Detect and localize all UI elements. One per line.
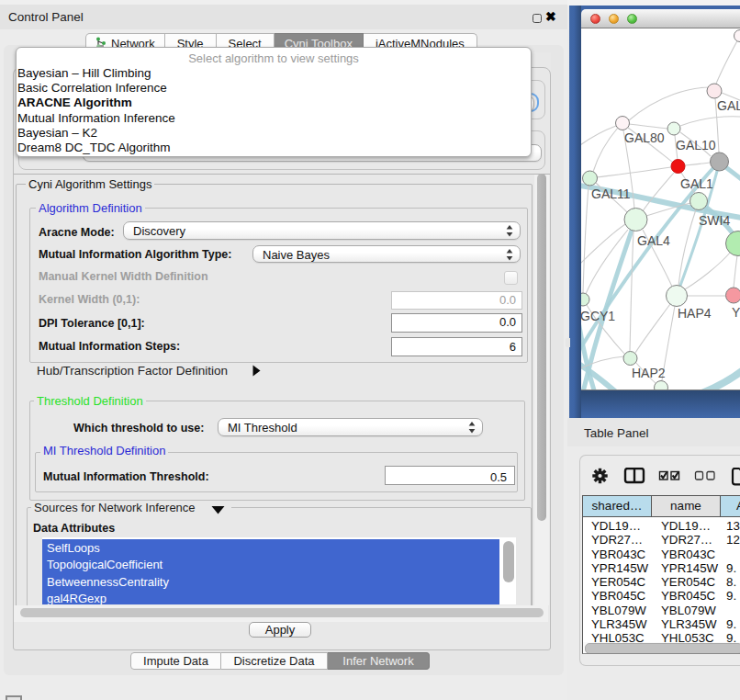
svg-text:GAL4: GAL4 xyxy=(637,233,670,248)
svg-text:Y: Y xyxy=(732,305,740,320)
svg-text:HAP2: HAP2 xyxy=(632,366,666,380)
svg-text:GAL80: GAL80 xyxy=(624,130,665,145)
svg-text:GAL11: GAL11 xyxy=(591,186,631,201)
svg-text:GAL10: GAL10 xyxy=(676,138,716,152)
svg-text:SWI4: SWI4 xyxy=(699,213,730,228)
svg-text:HAP4: HAP4 xyxy=(678,306,712,321)
svg-text:GCY1: GCY1 xyxy=(581,309,615,323)
svg-text:GAL: GAL xyxy=(717,98,740,113)
svg-text:GAL1: GAL1 xyxy=(680,176,713,191)
